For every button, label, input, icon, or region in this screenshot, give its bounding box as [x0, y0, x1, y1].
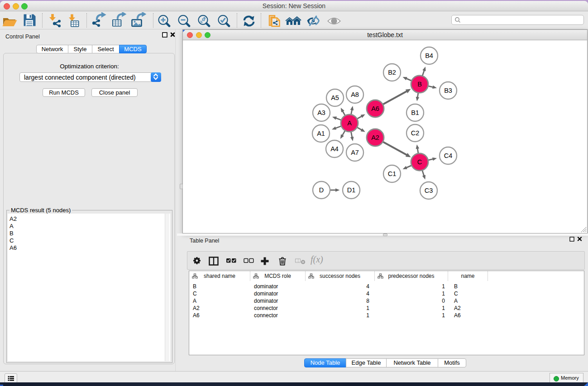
svg-text:B2: B2 [388, 69, 396, 76]
svg-text:D1: D1 [347, 186, 356, 194]
svg-text:B1: B1 [411, 109, 419, 116]
svg-text:C4: C4 [444, 152, 453, 159]
svg-text:B3: B3 [444, 87, 452, 94]
svg-text:A8: A8 [351, 91, 359, 98]
svg-text:B4: B4 [425, 52, 433, 59]
svg-text:A5: A5 [331, 94, 339, 101]
svg-text:C3: C3 [425, 187, 433, 194]
svg-text:C: C [417, 158, 422, 166]
svg-text:B: B [417, 81, 422, 88]
svg-text:A4: A4 [330, 145, 339, 152]
svg-text:A6: A6 [371, 105, 379, 112]
svg-text:A1: A1 [317, 130, 325, 137]
svg-text:D: D [319, 186, 324, 194]
svg-text:A2: A2 [371, 134, 379, 141]
svg-text:A7: A7 [351, 149, 359, 156]
svg-text:C2: C2 [411, 129, 420, 137]
svg-text:A3: A3 [317, 109, 325, 116]
svg-text:C1: C1 [388, 170, 397, 177]
svg-text:A: A [347, 119, 352, 127]
